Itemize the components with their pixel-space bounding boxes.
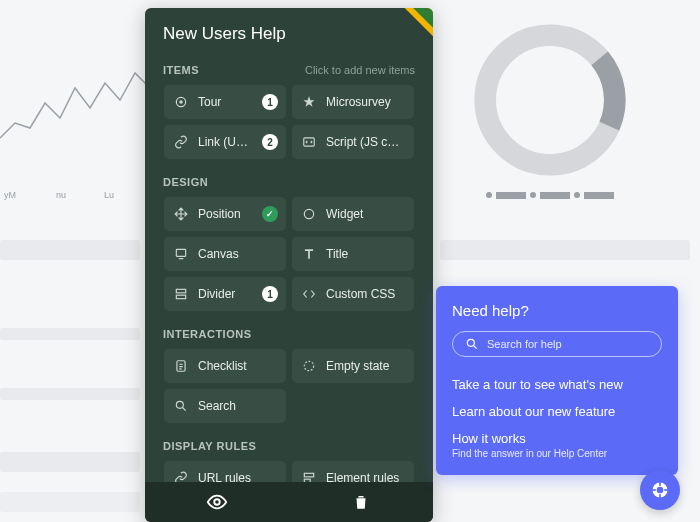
svg-rect-21 <box>659 482 661 486</box>
section-design-label: DESIGN <box>163 176 208 188</box>
svg-text:nu: nu <box>56 190 66 200</box>
divider-icon <box>172 285 190 303</box>
svg-point-14 <box>176 401 183 408</box>
empty-icon <box>300 357 318 375</box>
section-items-hint[interactable]: Click to add new items <box>305 64 415 76</box>
item-css[interactable]: Custom CSS <box>292 277 414 311</box>
badge: 1 <box>262 286 278 302</box>
panel-bottom-bar <box>145 482 433 522</box>
help-link-tour[interactable]: Take a tour to see what's new <box>452 371 662 398</box>
background-legend <box>460 185 640 205</box>
item-link[interactable]: Link (URL)2 <box>164 125 286 159</box>
svg-rect-24 <box>664 489 668 491</box>
section-items-label: ITEMS <box>163 64 199 76</box>
star-icon <box>300 93 318 111</box>
badge-check <box>262 206 278 222</box>
item-script[interactable]: Script (JS code) <box>292 125 414 159</box>
link-icon <box>172 133 190 151</box>
svg-point-3 <box>485 35 615 165</box>
svg-rect-15 <box>304 473 313 477</box>
help-search-input[interactable] <box>487 338 649 350</box>
search-icon <box>172 397 190 415</box>
target-icon <box>172 93 190 111</box>
title-icon <box>300 245 318 263</box>
badge: 1 <box>262 94 278 110</box>
svg-rect-9 <box>176 249 185 256</box>
section-display-rules-label: DISPLAY RULES <box>163 440 256 452</box>
svg-rect-10 <box>176 289 185 293</box>
badge: 2 <box>262 134 278 150</box>
svg-rect-11 <box>176 295 185 299</box>
help-widget: Need help? Take a tour to see what's new… <box>436 286 678 475</box>
panel-title: New Users Help <box>145 8 433 54</box>
svg-point-6 <box>179 100 183 104</box>
checklist-icon <box>172 357 190 375</box>
item-canvas[interactable]: Canvas <box>164 237 286 271</box>
search-icon <box>465 337 479 351</box>
svg-text:Lu: Lu <box>104 190 114 200</box>
css-icon <box>300 285 318 303</box>
item-tour[interactable]: Tour1 <box>164 85 286 119</box>
item-search[interactable]: Search <box>164 389 286 423</box>
item-divider[interactable]: Divider1 <box>164 277 286 311</box>
widget-icon <box>300 205 318 223</box>
svg-rect-23 <box>652 489 656 491</box>
help-link-feature[interactable]: Learn about our new feature <box>452 398 662 425</box>
help-title: Need help? <box>452 302 662 319</box>
delete-button[interactable] <box>349 490 373 514</box>
item-microsurvey[interactable]: Microsurvey <box>292 85 414 119</box>
help-fab[interactable] <box>640 470 680 510</box>
section-interactions-label: INTERACTIONS <box>163 328 252 340</box>
life-ring-icon <box>650 480 670 500</box>
move-icon <box>172 205 190 223</box>
svg-point-18 <box>467 339 474 346</box>
svg-rect-22 <box>659 494 661 498</box>
item-widget[interactable]: Widget <box>292 197 414 231</box>
code-icon <box>300 133 318 151</box>
canvas-icon <box>172 245 190 263</box>
background-line-chart: yM nu Lu <box>0 28 160 208</box>
help-search[interactable] <box>452 331 662 357</box>
item-empty-state[interactable]: Empty state <box>292 349 414 383</box>
item-checklist[interactable]: Checklist <box>164 349 286 383</box>
panel-corner-accent <box>393 8 433 48</box>
svg-point-8 <box>304 209 313 218</box>
item-position[interactable]: Position <box>164 197 286 231</box>
help-link-sub: Find the answer in our Help Center <box>452 448 662 459</box>
builder-panel: New Users Help ITEMS Click to add new it… <box>145 8 433 522</box>
item-title[interactable]: Title <box>292 237 414 271</box>
svg-text:yM: yM <box>4 190 16 200</box>
background-donut-chart <box>460 10 640 190</box>
preview-button[interactable] <box>205 490 229 514</box>
svg-point-13 <box>304 361 313 370</box>
svg-point-20 <box>657 487 664 494</box>
svg-point-17 <box>214 499 220 505</box>
